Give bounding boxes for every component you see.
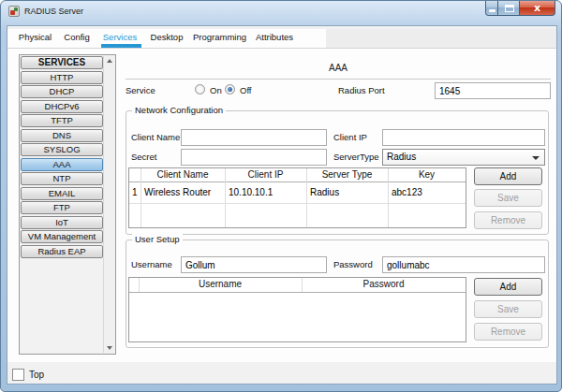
col-server-type: Server Type: [306, 168, 388, 181]
page-title: AAA: [126, 63, 551, 73]
user-remove-button[interactable]: Remove: [474, 323, 542, 341]
radius-port-input[interactable]: [435, 82, 551, 99]
top-checkbox[interactable]: [12, 369, 24, 381]
app-icon: [8, 6, 20, 17]
tab-programming[interactable]: Programming: [193, 29, 244, 48]
col-client-name: Client Name: [140, 168, 225, 181]
col-key: Key: [388, 168, 466, 181]
title-separator: [126, 79, 551, 80]
sidebar-header-services: SERVICES: [21, 56, 103, 69]
tab-desktop[interactable]: Desktop: [146, 29, 187, 48]
cell-client-ip[interactable]: 10.10.10.1: [225, 182, 306, 203]
active-tab-underline: [101, 44, 141, 48]
password-label: Password: [333, 259, 373, 270]
secret-label: Secret: [131, 152, 156, 163]
tab-bar: Physical Config Services Desktop Program…: [7, 29, 556, 49]
row-number: 1: [129, 182, 140, 203]
tab-config[interactable]: Config: [60, 29, 94, 48]
server-type-label: ServerType: [333, 152, 379, 163]
cell-client-name[interactable]: Wireless Router: [140, 182, 225, 203]
username-input[interactable]: [181, 256, 327, 273]
tab-physical[interactable]: Physical: [15, 29, 55, 48]
sidebar-item-iot[interactable]: IoT: [21, 216, 103, 229]
chevron-down-icon: [532, 156, 540, 160]
col-client-ip: Client IP: [225, 168, 306, 181]
server-type-value: Radius: [387, 152, 416, 162]
client-ip-input[interactable]: [382, 129, 545, 146]
window-title: RADIUS Server: [24, 7, 83, 16]
user-save-button[interactable]: Save: [474, 300, 542, 318]
close-icon: x: [520, 2, 555, 14]
username-label: Username: [131, 259, 172, 270]
network-remove-button[interactable]: Remove: [474, 211, 542, 229]
secret-input[interactable]: [181, 149, 327, 166]
client-name-input[interactable]: [181, 129, 327, 146]
sidebar-item-radius-eap[interactable]: Radius EAP: [21, 245, 103, 258]
sidebar-item-aaa[interactable]: AAA: [21, 158, 103, 171]
sidebar-item-email[interactable]: EMAIL: [21, 187, 103, 200]
col-username: Username: [139, 278, 302, 291]
network-clients-table[interactable]: Client Name Client IP Server Type Key 1 …: [128, 167, 466, 228]
users-table[interactable]: Username Password: [128, 277, 466, 342]
sidebar-item-http[interactable]: HTTP: [21, 71, 103, 84]
client-name-label: Client Name: [131, 132, 180, 143]
cell-key[interactable]: abc123: [388, 182, 466, 203]
window-controls: x: [485, 1, 555, 16]
sidebar-item-syslog[interactable]: SYSLOG: [21, 143, 103, 156]
network-configuration-title: Network Configuration: [132, 105, 226, 115]
maximize-icon: [505, 5, 514, 12]
service-label: Service: [126, 85, 155, 96]
sidebar-item-ftp[interactable]: FTP: [21, 201, 103, 214]
client-area: Physical Config Services Desktop Program…: [7, 25, 557, 385]
sidebar-item-dhcpv6[interactable]: DHCPv6: [21, 100, 103, 113]
sidebar-item-dhcp[interactable]: DHCP: [21, 85, 103, 98]
col-password: Password: [302, 278, 466, 291]
user-setup-title: User Setup: [132, 234, 183, 244]
scroll-up-icon[interactable]: [107, 59, 112, 63]
sidebar-item-tftp[interactable]: TFTP: [21, 114, 103, 127]
client-ip-label: Client IP: [333, 132, 367, 143]
sidebar-item-dns[interactable]: DNS: [21, 129, 103, 142]
titlebar[interactable]: RADIUS Server x: [1, 1, 561, 25]
sidebar-item-ntp[interactable]: NTP: [21, 172, 103, 185]
services-tab-page: SERVICES HTTP DHCP DHCPv6 TFTP DNS SYSLO…: [7, 49, 556, 362]
scroll-down-icon[interactable]: [107, 346, 112, 350]
radius-port-label: Radius Port: [338, 85, 385, 96]
service-on-label: On: [210, 85, 222, 96]
service-off-label: Off: [240, 85, 252, 96]
tab-attributes[interactable]: Attributes: [250, 29, 299, 48]
radius-server-window: RADIUS Server x Physical Config Services…: [0, 0, 562, 392]
minimize-button[interactable]: [485, 1, 498, 16]
maximize-button[interactable]: [497, 1, 520, 16]
user-add-button[interactable]: Add: [474, 278, 542, 296]
network-add-button[interactable]: Add: [474, 167, 542, 185]
cell-server-type[interactable]: Radius: [306, 182, 388, 203]
sidebar-item-vm-management[interactable]: VM Management: [21, 230, 103, 243]
network-save-button[interactable]: Save: [474, 189, 542, 207]
service-off-radio[interactable]: [225, 84, 235, 94]
minimize-icon: [489, 9, 495, 12]
top-checkbox-label: Top: [29, 370, 44, 380]
password-input[interactable]: [382, 256, 545, 273]
sidebar-scrollbar[interactable]: [103, 56, 114, 353]
services-sidebar: SERVICES HTTP DHCP DHCPv6 TFTP DNS SYSLO…: [19, 54, 116, 355]
service-on-radio[interactable]: [195, 84, 205, 94]
server-type-select[interactable]: Radius: [382, 149, 545, 166]
close-button[interactable]: x: [519, 1, 555, 16]
